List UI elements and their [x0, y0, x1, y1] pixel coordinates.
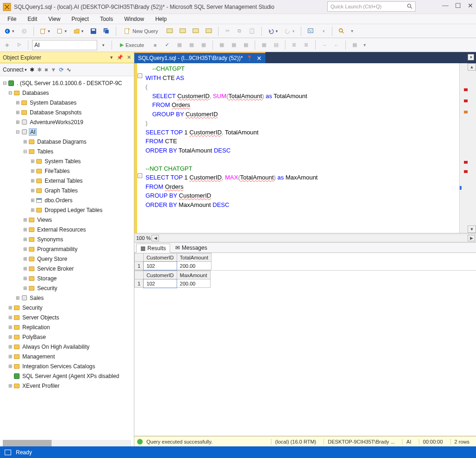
minimize-button[interactable]: —	[442, 2, 449, 10]
new-project-button[interactable]	[54, 26, 69, 36]
expand-icon[interactable]: ⊞	[22, 246, 28, 252]
tree-node[interactable]: ⊞Service Broker	[0, 264, 134, 273]
expand-icon[interactable]: ⊞	[15, 295, 20, 300]
expand-icon[interactable]: ⊞	[7, 344, 13, 349]
tree-node[interactable]: ⊞Security	[0, 303, 134, 312]
include-plan-button[interactable]: ▦	[217, 40, 227, 50]
editor-tab[interactable]: SQLQuery1.sql - (l...9CIH35T\Brady (52))…	[134, 52, 265, 63]
expand-icon[interactable]: ⊞	[15, 110, 20, 115]
outdent-button[interactable]: ←	[331, 40, 342, 50]
close-button[interactable]: ✕	[468, 2, 473, 10]
pulse-icon[interactable]: ∿	[66, 66, 71, 73]
scroll-up-arrow[interactable]: ▲	[468, 63, 476, 71]
tree-node[interactable]: SQL Server Agent (Agent XPs disabled	[0, 371, 134, 381]
stop-button[interactable]: ■	[150, 40, 160, 50]
expand-icon[interactable]: ⊟	[22, 149, 28, 154]
search-icon[interactable]	[407, 3, 413, 11]
toolbar2-overflow-icon[interactable]: ▾	[364, 42, 366, 47]
new-query-button[interactable]: New Query	[120, 26, 162, 36]
tree-node[interactable]: ⊞Query Store	[0, 254, 134, 264]
stop2-icon[interactable]: ■	[45, 66, 48, 73]
expand-icon[interactable]: ⊞	[30, 198, 35, 203]
expand-icon[interactable]: ⊞	[22, 139, 28, 144]
expand-icon[interactable]: ⊞	[30, 207, 35, 212]
zoom-level[interactable]: 100 %	[136, 235, 151, 241]
filter-icon[interactable]: ▼	[51, 66, 56, 73]
nav-back-button[interactable]	[2, 26, 17, 36]
tree-node[interactable]: ⊞PolyBase	[0, 332, 134, 342]
expand-icon[interactable]: ⊞	[15, 100, 20, 105]
scroll-down-arrow[interactable]: ▼	[468, 226, 476, 233]
tree-node[interactable]: ⊞dbo.Orders	[0, 195, 134, 205]
copy-button[interactable]: ⧉	[234, 26, 245, 36]
cell[interactable]: 1	[135, 279, 144, 288]
expand-icon[interactable]: ⊟	[7, 90, 13, 95]
tree-node[interactable]: ⊞Security	[0, 283, 134, 293]
database-selector[interactable]	[32, 40, 97, 50]
intellisense-button[interactable]: ▦	[198, 40, 209, 50]
tree-node[interactable]: ⊞System Databases	[0, 98, 134, 107]
dax-query-button[interactable]	[203, 26, 214, 36]
comment-button[interactable]: ≣	[289, 40, 299, 50]
query-options-button[interactable]: ▦	[186, 40, 197, 50]
tree-node[interactable]: ⊞Synonyms	[0, 234, 134, 244]
tree-node[interactable]: ⊞Database Diagrams	[0, 137, 134, 146]
expand-icon[interactable]: ⊟	[2, 80, 7, 86]
tab-pin-icon[interactable]: 📍	[246, 55, 253, 61]
tree-node[interactable]: ⊟. (SQL Server 16.0.1000.6 - DESKTOP-9C	[0, 78, 134, 88]
tree-node[interactable]: ⊞Database Snapshots	[0, 107, 134, 117]
specify-values-button[interactable]: ▦	[350, 40, 360, 50]
connect-button[interactable]: Connect▾	[3, 66, 27, 73]
expand-icon[interactable]: ⊞	[30, 168, 35, 173]
scroll-right-arrow[interactable]: ▶	[468, 235, 475, 241]
menu-view[interactable]: View	[43, 15, 66, 23]
expand-icon[interactable]: ⊞	[7, 315, 13, 320]
panel-close-icon[interactable]: ✕	[127, 54, 131, 60]
column-header[interactable]: MaxAmount	[177, 271, 210, 279]
fold-box[interactable]: -	[138, 73, 142, 78]
menu-edit[interactable]: Edit	[22, 15, 43, 23]
results-grid-button[interactable]: ▦	[259, 40, 269, 50]
tree-node[interactable]: ⊟AI	[0, 127, 134, 137]
tab-close-icon[interactable]: ✕	[257, 55, 262, 62]
expand-icon[interactable]: ⊞	[7, 364, 13, 369]
dmx-query-button[interactable]	[177, 26, 188, 36]
result-grid[interactable]: CustomerIDMaxAmount1102200.00	[134, 271, 476, 436]
cut-button[interactable]: ✂	[222, 26, 232, 36]
mdx-query-button[interactable]	[164, 26, 175, 36]
column-header[interactable]: CustomerID	[144, 253, 177, 262]
tree-node[interactable]: ⊟Tables	[0, 146, 134, 156]
include-client-stats-button[interactable]: ▦	[241, 40, 251, 50]
cell[interactable]: 102	[144, 279, 177, 288]
expand-icon[interactable]: ⊞	[7, 305, 13, 310]
save-button[interactable]	[88, 26, 99, 36]
expand-icon[interactable]: ⊞	[22, 227, 28, 232]
tree-node[interactable]: ⊞Views	[0, 215, 134, 225]
results-text-button[interactable]: ▤	[271, 40, 281, 50]
menu-help[interactable]: Help	[150, 15, 172, 23]
expand-icon[interactable]: ⊞	[22, 256, 28, 261]
column-header[interactable]: TotalAmount	[177, 253, 211, 262]
database-selector-dropdown[interactable]	[98, 40, 108, 50]
cell[interactable]: 1	[135, 262, 144, 270]
cell[interactable]: 200.00	[177, 279, 210, 288]
column-header[interactable]	[135, 271, 144, 279]
expand-icon[interactable]: ⊞	[7, 334, 13, 339]
tree-node[interactable]: ⊞System Tables	[0, 156, 134, 166]
save-all-button[interactable]	[101, 26, 112, 36]
tree-node[interactable]: ⊞Graph Tables	[0, 186, 134, 195]
panel-pin-icon[interactable]: 📌	[117, 54, 123, 60]
column-header[interactable]	[135, 253, 144, 262]
expand-icon[interactable]: ⊞	[22, 285, 28, 291]
scroll-left-arrow[interactable]: ◀	[152, 235, 159, 241]
tree-node[interactable]: ⊞Sales	[0, 293, 134, 303]
xmla-query-button[interactable]	[190, 26, 201, 36]
maximize-button[interactable]: ☐	[455, 2, 461, 10]
expand-icon[interactable]: ⊞	[22, 276, 28, 281]
tree-node[interactable]: ⊞Management	[0, 352, 134, 361]
cell[interactable]: 102	[144, 262, 177, 270]
indent-button[interactable]: →	[319, 40, 330, 50]
code-text-area[interactable]: --CHATGPTWITH CTE AS( SELECT CustomerID,…	[144, 63, 459, 233]
expand-icon[interactable]: ⊞	[30, 188, 35, 193]
editor-horizontal-scrollbar[interactable]: ◀ ▶	[159, 235, 468, 241]
